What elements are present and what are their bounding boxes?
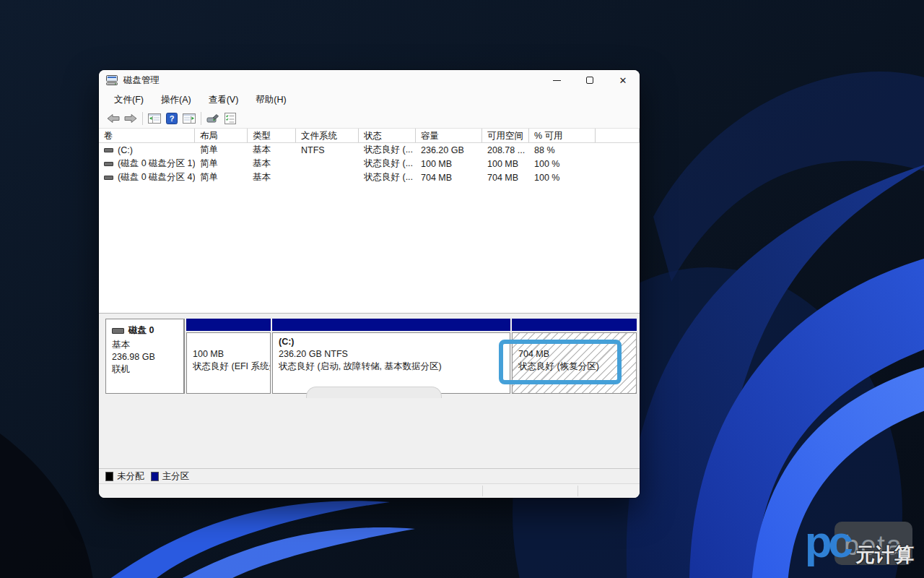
maximize-button[interactable] — [573, 70, 606, 90]
disk-graphical-view: 磁盘 0 基本 236.98 GB 联机 100 MB 状态良好 (EFI 系统… — [99, 313, 640, 468]
cell-free-space: 208.78 ... — [482, 145, 529, 155]
status-separator — [482, 486, 483, 496]
menu-action[interactable]: 操作(A) — [154, 92, 198, 108]
cell-status: 状态良好 (... — [359, 158, 416, 170]
disk-type: 基本 — [112, 339, 183, 351]
cell-pct-free: 100 % — [529, 173, 596, 183]
table-row[interactable]: (磁盘 0 磁盘分区 1) 简单 基本 状态良好 (... 100 MB 100… — [99, 157, 640, 171]
legend-label: 主分区 — [162, 470, 190, 483]
cell-layout: 简单 — [195, 158, 248, 170]
cell-filesystem: NTFS — [296, 145, 359, 155]
cell-capacity: 236.20 GB — [416, 145, 482, 155]
console-tree-icon — [148, 113, 161, 124]
column-header-status[interactable]: 状态 — [359, 129, 416, 142]
properties-list-icon — [225, 113, 236, 124]
cell-type: 基本 — [248, 158, 296, 170]
cell-status: 状态良好 (... — [359, 144, 416, 156]
legend-primary-partition: 主分区 — [151, 470, 190, 483]
maximize-icon — [586, 77, 593, 84]
disk-management-window: 磁盘管理 ✕ 文件(F) 操作(A) 查看(V) 帮助(H) — [99, 70, 640, 498]
disk-status: 联机 — [112, 363, 183, 376]
watermark: beta pc 元计算 — [702, 522, 918, 572]
column-header-free-space[interactable]: 可用空间 — [482, 129, 529, 142]
window-controls: ✕ — [540, 70, 640, 90]
cell-free-space: 100 MB — [482, 159, 529, 169]
properties-list-button[interactable] — [222, 111, 239, 126]
action-pane-icon — [183, 113, 196, 124]
cell-free-space: 704 MB — [482, 173, 529, 183]
show-console-tree-button[interactable] — [146, 111, 163, 126]
cell-type: 基本 — [248, 171, 296, 184]
cell-pct-free: 100 % — [529, 159, 596, 169]
menu-bar: 文件(F) 操作(A) 查看(V) 帮助(H) — [99, 90, 640, 109]
column-header-pct-free[interactable]: % 可用 — [529, 129, 596, 142]
pcbeta-logo: pc — [805, 519, 850, 565]
partition-status: 状态良好 (启动, 故障转储, 基本数据分区) — [279, 361, 510, 373]
status-separator — [578, 486, 578, 496]
partition-color-bar — [272, 319, 510, 331]
primary-partition-swatch — [151, 472, 159, 481]
unallocated-swatch — [105, 472, 113, 481]
legend-unallocated: 未分配 — [105, 470, 144, 483]
table-row[interactable]: (C:) 简单 基本 NTFS 状态良好 (... 236.20 GB 208.… — [99, 143, 640, 157]
column-header-type[interactable]: 类型 — [248, 129, 296, 142]
tooltip-bump — [306, 387, 442, 398]
partition-name: (C:) — [279, 336, 510, 348]
volume-name: (磁盘 0 磁盘分区 4) — [118, 171, 195, 184]
app-icon — [106, 75, 118, 85]
volume-name: (C:) — [118, 145, 133, 155]
column-header-capacity[interactable]: 容量 — [416, 129, 482, 142]
volume-icon — [104, 148, 113, 152]
cell-pct-free: 88 % — [529, 145, 596, 155]
cell-layout: 简单 — [195, 144, 248, 156]
partition-size: 100 MB — [193, 348, 270, 361]
volume-icon — [104, 162, 113, 166]
partition-efi[interactable]: 100 MB 状态良好 (EFI 系统分 — [186, 319, 271, 394]
partition-size: 236.20 GB NTFS — [279, 348, 510, 361]
back-button[interactable] — [105, 111, 122, 126]
titlebar[interactable]: 磁盘管理 ✕ — [99, 70, 640, 90]
table-row[interactable]: (磁盘 0 磁盘分区 4) 简单 基本 状态良好 (... 704 MB 704… — [99, 171, 640, 184]
legend-bar: 未分配 主分区 — [99, 468, 640, 483]
desktop: beta pc 元计算 磁盘管理 ✕ 文件(F) — [0, 0, 924, 578]
column-header-layout[interactable]: 布局 — [195, 129, 248, 142]
volume-name: (磁盘 0 磁盘分区 1) — [118, 158, 195, 170]
back-arrow-icon — [107, 113, 120, 124]
status-bar — [99, 483, 640, 498]
close-button[interactable]: ✕ — [606, 70, 640, 90]
volume-list-header: 卷 布局 类型 文件系统 状态 容量 可用空间 % 可用 — [99, 129, 640, 143]
column-header-filesystem[interactable]: 文件系统 — [296, 129, 359, 142]
minimize-button[interactable] — [540, 70, 573, 90]
toolbar-separator — [201, 112, 201, 125]
toolbar: ? — [99, 109, 640, 129]
partition-color-bar — [186, 319, 271, 331]
cell-capacity: 100 MB — [416, 159, 482, 169]
menu-file[interactable]: 文件(F) — [108, 92, 150, 108]
toolbar-separator — [142, 112, 143, 125]
partition-c[interactable]: (C:) 236.20 GB NTFS 状态良好 (启动, 故障转储, 基本数据… — [272, 319, 510, 394]
disk-name: 磁盘 0 — [128, 324, 154, 337]
column-header-volume[interactable]: 卷 — [99, 129, 195, 142]
disk-tool-icon — [206, 113, 219, 124]
menu-help[interactable]: 帮助(H) — [249, 92, 292, 108]
partition-color-bar — [512, 319, 637, 331]
column-header-filler — [596, 129, 640, 142]
disk-tool-button[interactable] — [204, 111, 222, 126]
volume-list: 卷 布局 类型 文件系统 状态 容量 可用空间 % 可用 (C:) 简单 基本 … — [99, 129, 640, 313]
disk-icon — [112, 328, 124, 334]
help-button[interactable]: ? — [163, 111, 180, 126]
svg-text:?: ? — [170, 114, 175, 123]
annotation-highlight-box — [499, 340, 622, 384]
volume-icon — [104, 176, 113, 180]
forward-button[interactable] — [122, 111, 139, 126]
disk-0-label[interactable]: 磁盘 0 基本 236.98 GB 联机 — [105, 319, 185, 394]
cell-type: 基本 — [248, 144, 296, 156]
cell-status: 状态良好 (... — [359, 171, 416, 184]
cell-layout: 简单 — [195, 171, 248, 184]
disk-size: 236.98 GB — [112, 351, 183, 363]
legend-label: 未分配 — [117, 470, 144, 483]
cell-capacity: 704 MB — [416, 173, 482, 183]
menu-view[interactable]: 查看(V) — [202, 92, 245, 108]
show-action-pane-button[interactable] — [180, 111, 198, 126]
forward-arrow-icon — [124, 113, 137, 124]
